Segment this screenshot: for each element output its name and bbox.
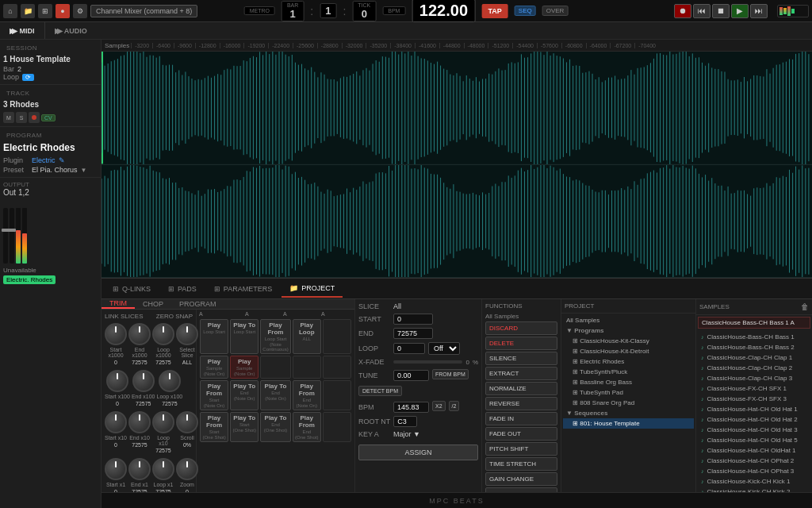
tab-parameters[interactable]: ⊞ PARAMETERS xyxy=(206,280,280,298)
from-bpm-button[interactable]: FROM BPM xyxy=(432,369,469,379)
knob-loop-x100[interactable]: Loop x100 72575 xyxy=(157,370,183,406)
knob-start-x10[interactable]: Start x10 0 xyxy=(105,411,127,453)
end-input[interactable] xyxy=(393,328,433,339)
sample-fx-1[interactable]: ♪ClassicHouse-FX-CH SFX 1 xyxy=(698,383,810,394)
knob-select-slice[interactable]: Select Slice ALL xyxy=(176,323,198,365)
reverse-button[interactable]: REVERSE xyxy=(485,397,557,410)
program-808[interactable]: ⊞ 808 Snare Org Pad xyxy=(563,398,694,408)
normalize-button[interactable]: NORMALIZE xyxy=(485,382,557,395)
sequence-house-template[interactable]: ⊞ 801: House Template xyxy=(563,418,694,429)
sequences-header[interactable]: ▼ Sequences xyxy=(563,408,694,418)
knob-end-x1-control[interactable] xyxy=(128,458,151,480)
gain-change-button[interactable]: GAIN CHANGE xyxy=(485,472,557,486)
audio-button[interactable]: ▶ ▶ AUDIO xyxy=(45,22,97,39)
root-nt-input[interactable] xyxy=(393,416,417,427)
silence-button[interactable]: SILENCE xyxy=(485,352,557,365)
knob-start-x1000[interactable]: Start x1000 0 xyxy=(105,323,127,365)
sample-hat-1[interactable]: ♪ClassicHouse-Hat-CH Old Hat 1 xyxy=(698,404,810,414)
fader-handle-right[interactable] xyxy=(8,229,16,232)
folder-icon[interactable]: 📁 xyxy=(21,4,35,18)
bpm-display[interactable]: 122.00 xyxy=(412,0,475,22)
knob-loop-x1[interactable]: Loop x1 72575 xyxy=(152,458,174,492)
loop-mode-select[interactable]: Off On xyxy=(428,342,460,355)
knob-scroll[interactable]: Scroll 0% xyxy=(176,411,198,453)
knob-start-x1[interactable]: Start x1 0 xyxy=(105,458,127,492)
detect-bpm-button[interactable]: DETECT BPM xyxy=(358,386,402,396)
trim-tab-chop[interactable]: CHOP xyxy=(135,299,171,309)
record-icon[interactable]: ● xyxy=(56,4,70,18)
knob-start-x1000-control[interactable] xyxy=(105,323,127,345)
plugin-edit-icon[interactable]: ✎ xyxy=(59,156,65,164)
program-detroit[interactable]: ⊞ ClassicHouse-Kit-Detroit xyxy=(563,346,694,356)
fader-track-right[interactable] xyxy=(10,208,14,264)
forward-button[interactable]: ⏭ xyxy=(750,4,768,18)
knob-loop-x1000-control[interactable] xyxy=(152,323,174,345)
sample-ophat-1[interactable]: ♪ClassicHouse-Hat-CH OldHat 1 xyxy=(698,445,810,456)
knob-loop-x100-control[interactable] xyxy=(159,370,181,392)
pad-play-loop-all[interactable]: Play Loop ALL xyxy=(293,319,321,354)
knob-loop-x1-control[interactable] xyxy=(152,458,174,480)
knob-end-x100-control[interactable] xyxy=(132,370,155,392)
sample-clap-1[interactable]: ♪ClassicHouse-Clap-CH Clap 1 xyxy=(698,352,810,363)
record-arm-button[interactable] xyxy=(29,112,40,123)
stop-button[interactable]: ⏹ xyxy=(712,4,730,18)
program-bassline[interactable]: ⊞ Bassline Org Bass xyxy=(563,377,694,387)
tab-q-links[interactable]: ⊞ Q-LINKS xyxy=(105,280,159,298)
knob-scroll-control[interactable] xyxy=(176,411,198,433)
sample-fx-3[interactable]: ♪ClassicHouse-FX-CH SFX 3 xyxy=(698,394,810,404)
x2-button[interactable]: X2 xyxy=(432,401,446,411)
knob-start-x10-control[interactable] xyxy=(105,411,127,433)
solo-button[interactable]: S xyxy=(16,112,27,123)
knob-loop-x1000[interactable]: Loop x1000 72575 xyxy=(152,323,174,365)
knob-end-x100[interactable]: End x100 72575 xyxy=(132,370,155,406)
knob-loop-x10[interactable]: Loop x10 72575 xyxy=(152,411,174,453)
program-tubesynth-pad[interactable]: ⊞ TubeSynth Pad xyxy=(563,387,694,398)
sample-hat-5[interactable]: ♪ClassicHouse-Hat-CH Old Hat 5 xyxy=(698,435,810,445)
grid-icon[interactable]: ⊞ xyxy=(38,4,52,18)
pad-play-loop-start[interactable]: Play Loop Start xyxy=(200,319,228,354)
sample-ophat-2[interactable]: ♪ClassicHouse-Hat-CH OPhat 2 xyxy=(698,456,810,466)
tab-project[interactable]: 📁 PROJECT xyxy=(282,280,343,298)
seq-button[interactable]: SEQ xyxy=(515,6,536,16)
pad-play-from-start-oneshot[interactable]: Play From Start (One Shot) xyxy=(200,412,228,442)
knob-end-x1[interactable]: End x1 72575 xyxy=(128,458,151,492)
pad-play-from-start-noteon[interactable]: Play From Start (Note On) xyxy=(200,380,228,410)
time-stretch-button[interactable]: TIME STRETCH xyxy=(485,457,557,471)
program-classy[interactable]: ⊞ ClassicHouse-Kit-Classy xyxy=(563,336,694,346)
all-samples-item[interactable]: All Samples xyxy=(563,315,694,325)
sample-kick-2[interactable]: ♪ClassicHouse-Kick-CH Kick 2 xyxy=(698,487,810,492)
programs-header[interactable]: ▼ Programs xyxy=(563,325,694,336)
knob-start-x1-control[interactable] xyxy=(105,458,127,480)
div2-button[interactable]: /2 xyxy=(449,401,460,411)
delete-button[interactable]: DELETE xyxy=(485,337,557,350)
extract-button[interactable]: EXTRACT xyxy=(485,367,557,380)
sample-bass-1[interactable]: ♪ClassicHouse-Bass-CH Bass 1 xyxy=(698,332,810,342)
discard-button[interactable]: DISCARD xyxy=(485,321,557,335)
knob-start-x100-control[interactable] xyxy=(106,370,128,392)
samples-trash-icon[interactable]: 🗑 xyxy=(801,302,809,311)
xfade-slider[interactable] xyxy=(393,360,462,364)
pad-play-to-start-oneshot[interactable]: Play To Start (One Shot) xyxy=(230,412,259,442)
pad-play-from-end-1[interactable]: Play From End (Note On) xyxy=(293,380,321,410)
over-button[interactable]: OVER xyxy=(542,6,569,16)
sample-clap-2[interactable]: ♪ClassicHouse-Clap-CH Clap 2 xyxy=(698,363,810,373)
record-transport-button[interactable]: ⏺ xyxy=(674,4,691,18)
sample-clap-3[interactable]: ♪ClassicHouse-Clap-CH Clap 3 xyxy=(698,373,810,383)
knob-end-x10-control[interactable] xyxy=(128,411,151,433)
tab-pads[interactable]: ⊞ PADS xyxy=(160,280,205,298)
rewind-button[interactable]: ⏮ xyxy=(693,4,710,18)
play-button[interactable]: ▶ xyxy=(731,4,749,18)
pitch-shift-button[interactable]: PITCH SHIFT xyxy=(485,442,557,456)
pad-play-to-end-1[interactable]: Play To End (Note On) xyxy=(230,380,259,410)
knob-select-slice-control[interactable] xyxy=(176,323,198,345)
pad-play-from-continuous[interactable]: Play From Loop Start (Note Continuous) xyxy=(260,319,290,354)
fader-track-left[interactable] xyxy=(3,208,8,264)
assign-button[interactable]: ASSIGN xyxy=(358,444,478,460)
channel-mixer-button[interactable]: Channel Mixer (command + 8) xyxy=(90,5,197,17)
knob-loop-x10-control[interactable] xyxy=(152,411,174,433)
trim-tab-program[interactable]: PROGRAM xyxy=(171,299,224,309)
pad-play-from-end-oneshot[interactable]: Play From End (One Shot) xyxy=(293,412,321,442)
bpm-sp-input[interactable] xyxy=(393,402,429,413)
sample-ophat-3[interactable]: ♪ClassicHouse-Hat-CH OPhat 3 xyxy=(698,466,810,476)
mixer-icon[interactable]: ⚙ xyxy=(73,4,87,18)
